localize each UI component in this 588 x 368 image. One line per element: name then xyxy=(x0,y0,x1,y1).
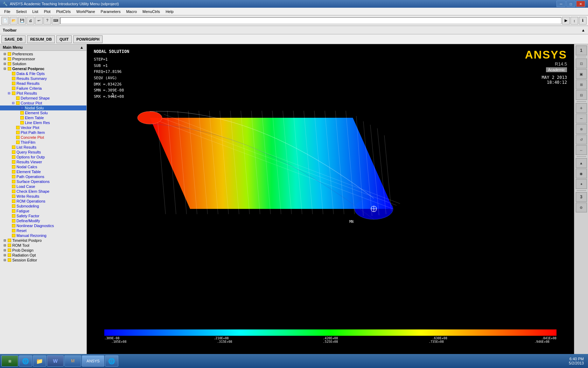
expander-timehist-postpro: ⊟ xyxy=(3,238,7,243)
tree-item-elem-table[interactable]: Elem Table xyxy=(0,115,86,120)
taskbar-matlab[interactable]: M xyxy=(64,355,81,367)
toggle-icon[interactable]: ↕ xyxy=(570,17,578,25)
taskbar-word[interactable]: W xyxy=(47,355,64,367)
tree-item-write-results[interactable]: Write Results xyxy=(0,194,86,199)
taskbar-chrome[interactable]: 🌐 xyxy=(105,355,118,367)
tree-item-check-elem-shape[interactable]: Check Elem Shape xyxy=(0,189,86,194)
menu-list[interactable]: List xyxy=(29,9,41,14)
print-icon[interactable]: 🖨 xyxy=(27,17,34,25)
tree-item-data-file-opts[interactable]: Data & File Opts xyxy=(0,71,86,76)
resum-db-button[interactable]: RESUM_DB xyxy=(27,35,55,43)
taskbar-ie[interactable]: 🌐 xyxy=(19,355,32,367)
tree-item-results-viewer[interactable]: Results Viewer xyxy=(0,159,86,164)
help-icon[interactable]: ? xyxy=(43,17,51,25)
powrgrph-button[interactable]: POWRGRPH xyxy=(73,35,103,43)
side-view-button[interactable]: ⊟ xyxy=(576,90,587,100)
tree-item-define-modify[interactable]: Define/Modify xyxy=(0,218,86,223)
new-file-icon[interactable]: 📄 xyxy=(1,17,9,25)
rotate-button[interactable]: ↺ xyxy=(576,135,587,144)
menu-plotctrls[interactable]: PlotCtrls xyxy=(53,9,74,14)
open-icon[interactable]: 📂 xyxy=(10,17,18,25)
menu-macro[interactable]: Macro xyxy=(123,9,140,14)
tree-item-results-summary[interactable]: Results Summary xyxy=(0,76,86,81)
tree-item-vector-plot[interactable]: Vector Plot xyxy=(0,125,86,130)
menu-workplane[interactable]: WorkPlane xyxy=(74,9,98,14)
tree-item-rom-operations[interactable]: ROM Operations xyxy=(0,199,86,204)
pan-button[interactable]: ↔ xyxy=(576,145,587,155)
menu-select[interactable]: Select xyxy=(13,9,30,14)
tree-item-options-for-outp[interactable]: Options for Outp xyxy=(0,155,86,159)
tree-item-thinfilm[interactable]: ThinFilm xyxy=(0,140,86,145)
tree-item-load-case[interactable]: Load Case xyxy=(0,184,86,189)
tree-item-general-postproc[interactable]: ⊟ General Postproc xyxy=(0,66,86,71)
maximize-button[interactable]: □ xyxy=(566,1,575,7)
icon-elem-table xyxy=(20,116,24,120)
tree-item-deformed-shape[interactable]: Deformed Shape xyxy=(0,96,86,101)
info-icon[interactable]: ℹ xyxy=(579,17,587,25)
tree-item-session-editor[interactable]: ⊟ Session Editor xyxy=(0,258,86,263)
settings-button[interactable]: ⚙ xyxy=(576,203,587,212)
tree-item-query-results[interactable]: Query Results xyxy=(0,150,86,155)
fit-button[interactable]: ⊛ xyxy=(576,124,587,134)
tree-item-nodal-solu[interactable]: Nodal Solu xyxy=(0,105,86,110)
icon-nonlinear-diagnostics xyxy=(12,224,15,227)
top-view-button[interactable]: ⊞ xyxy=(576,80,587,89)
command-input[interactable] xyxy=(60,17,561,24)
tree-item-nonlinear-diagnostics[interactable]: Nonlinear Diagnostics xyxy=(0,223,86,228)
taskbar-ansys[interactable]: ANSYS xyxy=(82,355,104,367)
tree-item-read-results[interactable]: Read Results xyxy=(0,81,86,86)
menu-file[interactable]: File xyxy=(1,9,13,14)
display-button[interactable]: ◉ xyxy=(576,169,587,178)
tree-item-prob-design[interactable]: ⊟ Prob Design xyxy=(0,248,86,253)
label-prob-design: Prob Design xyxy=(12,248,34,252)
tree-item-path-operations[interactable]: Path Operations xyxy=(0,174,86,179)
undo-icon[interactable]: ↩ xyxy=(35,17,43,25)
tree-item-concrete-plot[interactable]: Concrete Plot xyxy=(0,135,86,140)
tree-item-nodal-calcs[interactable]: Nodal Calcs xyxy=(0,164,86,169)
taskbar-explorer[interactable]: 📁 xyxy=(33,355,46,367)
tree-item-failure-criteria[interactable]: Failure Criteria xyxy=(0,86,86,91)
minimize-button[interactable]: ─ xyxy=(556,1,566,7)
start-button[interactable]: ⊞ xyxy=(1,355,18,367)
iso-view-button[interactable]: ⊡ xyxy=(576,59,587,68)
tree-item-safety-factor[interactable]: Safety Factor xyxy=(0,213,86,218)
menu-help[interactable]: Help xyxy=(163,9,176,14)
front-view-button[interactable]: ▣ xyxy=(576,69,587,79)
tree-item-element-solu[interactable]: Element Solu xyxy=(0,110,86,115)
close-button[interactable]: ✕ xyxy=(576,1,585,7)
render-button[interactable]: ✦ xyxy=(576,179,587,189)
tree-item-reset[interactable]: Reset xyxy=(0,228,86,233)
view-number-3-button[interactable]: 3 xyxy=(576,192,587,202)
tree-item-submodeling[interactable]: Submodeling xyxy=(0,204,86,209)
quit-button[interactable]: QUIT xyxy=(56,35,72,43)
cmd-icon[interactable]: ⌨ xyxy=(52,17,59,25)
ie-icon: 🌐 xyxy=(22,358,29,364)
tree-item-solution[interactable]: ⊟ Solution xyxy=(0,61,86,66)
tree-item-list-results[interactable]: List Results xyxy=(0,145,86,150)
tree-item-line-elem-res[interactable]: Line Elem Res xyxy=(0,120,86,125)
save-icon[interactable]: 💾 xyxy=(18,17,26,25)
tree-item-element-table[interactable]: Element Table xyxy=(0,169,86,174)
tree-item-plot-path-item[interactable]: Plot Path Item xyxy=(0,130,86,135)
save-db-button[interactable]: SAVE_DB xyxy=(1,35,26,43)
tree-item-rom-tool[interactable]: ⊟ ROM Tool xyxy=(0,243,86,248)
tree-item-preferences[interactable]: ⊟ Preferences xyxy=(0,52,86,56)
zoom-in-button[interactable]: + xyxy=(576,103,587,113)
run-icon[interactable]: ▶ xyxy=(562,17,570,25)
toolbar-collapse-button[interactable]: ▲ xyxy=(581,28,585,32)
up-arrow-button[interactable]: ▲ xyxy=(576,158,587,168)
tree-item-contour-plot[interactable]: ⊟ Contour Plot xyxy=(0,101,86,105)
menu-menuctrls[interactable]: MenuCtrls xyxy=(140,9,163,14)
tree-item-plot-results[interactable]: ⊟ Plot Results xyxy=(0,91,86,96)
menu-plot[interactable]: Plot xyxy=(41,9,53,14)
zoom-out-button[interactable]: − xyxy=(576,114,587,123)
tree-item-timehist-postpro[interactable]: ⊟ TimeHist Postpro xyxy=(0,238,86,243)
tree-item-manual-rezoning[interactable]: Manual Rezoning xyxy=(0,233,86,238)
main-menu-collapse[interactable]: ▲ xyxy=(80,45,84,49)
tree-item-radiation-opt[interactable]: ⊟ Radiation Opt xyxy=(0,253,86,258)
tree-item-surface-operations[interactable]: Surface Operations xyxy=(0,179,86,184)
tree-item-preprocessor[interactable]: ⊟ Preprocessor xyxy=(0,56,86,61)
view-number-button[interactable]: 1 xyxy=(576,46,587,55)
menu-parameters[interactable]: Parameters xyxy=(98,9,124,14)
tree-item-fatigue[interactable]: Fatigue xyxy=(0,209,86,213)
